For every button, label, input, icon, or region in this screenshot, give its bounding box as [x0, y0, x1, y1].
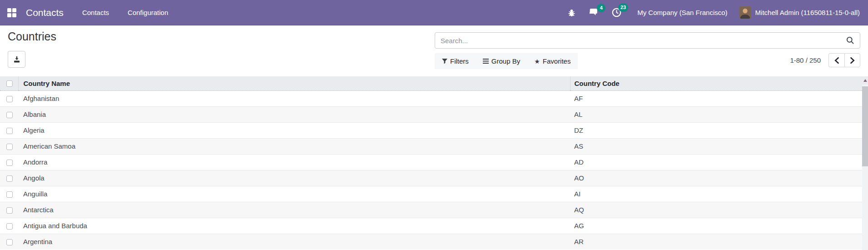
- menu-configuration[interactable]: Configuration: [128, 9, 168, 16]
- row-checkbox[interactable]: [6, 239, 13, 245]
- country-code-cell[interactable]: AS: [570, 138, 862, 154]
- scrollbar-thumb[interactable]: [862, 86, 868, 166]
- row-checkbox[interactable]: [6, 160, 13, 166]
- table-row[interactable]: Albania AL: [0, 106, 862, 122]
- filters-button[interactable]: Filters: [442, 57, 469, 65]
- table-row[interactable]: Antarctica AQ: [0, 202, 862, 218]
- funnel-icon: [442, 59, 447, 64]
- pager-range: 1-80 / 250: [790, 56, 821, 64]
- column-header-country-name[interactable]: Country Name: [18, 76, 570, 90]
- table-header-row: Country Name Country Code: [0, 76, 862, 90]
- row-checkbox[interactable]: [6, 175, 13, 182]
- country-code-cell[interactable]: AG: [570, 218, 862, 234]
- table-row[interactable]: Antigua and Barbuda AG: [0, 218, 862, 234]
- row-checkbox[interactable]: [6, 223, 13, 230]
- navbar-systray: 4 23 My Company (San Francisco) Mitchell…: [555, 6, 860, 19]
- country-code-cell[interactable]: AQ: [570, 202, 862, 218]
- row-checkbox[interactable]: [6, 191, 13, 198]
- favorites-label: Favorites: [543, 57, 571, 65]
- search-options-bar: Filters Group By ★ Favorites: [435, 53, 578, 69]
- country-code-cell[interactable]: DZ: [570, 122, 862, 138]
- menu-contacts[interactable]: Contacts: [82, 9, 109, 16]
- row-checkbox[interactable]: [6, 128, 13, 134]
- country-name-cell[interactable]: Angola: [18, 170, 570, 186]
- column-header-country-code[interactable]: Country Code: [570, 76, 862, 90]
- download-icon: [13, 56, 20, 63]
- user-menu[interactable]: Mitchell Admin (11650811-15-0-all): [755, 9, 860, 16]
- country-name-cell[interactable]: Albania: [18, 106, 570, 122]
- country-code-cell[interactable]: AL: [570, 106, 862, 122]
- country-name-cell[interactable]: Anguilla: [18, 186, 570, 202]
- star-icon: ★: [534, 58, 540, 65]
- country-code-cell[interactable]: AO: [570, 170, 862, 186]
- search-icon[interactable]: [842, 36, 854, 45]
- row-checkbox[interactable]: [6, 112, 13, 118]
- apps-grid-icon[interactable]: [7, 8, 16, 17]
- country-name-cell[interactable]: Afghanistan: [18, 90, 570, 106]
- row-checkbox[interactable]: [6, 144, 13, 150]
- country-name-cell[interactable]: Antigua and Barbuda: [18, 218, 570, 234]
- top-navbar: Contacts Contacts Configuration 4: [0, 0, 868, 25]
- chevron-right-icon: [850, 57, 855, 64]
- table-row[interactable]: Andorra AD: [0, 154, 862, 170]
- scrollbar-up-arrow[interactable]: [862, 76, 868, 85]
- pager-previous-button[interactable]: [828, 53, 844, 67]
- country-code-cell[interactable]: AF: [570, 90, 862, 106]
- table-row[interactable]: Afghanistan AF: [0, 90, 862, 106]
- vertical-scrollbar[interactable]: [862, 76, 868, 250]
- company-switcher[interactable]: My Company (San Francisco): [637, 9, 727, 16]
- table-row[interactable]: Anguilla AI: [0, 186, 862, 202]
- country-name-cell[interactable]: Argentina: [18, 234, 570, 250]
- search-box: [435, 32, 860, 49]
- table-row[interactable]: American Samoa AS: [0, 138, 862, 154]
- group-by-label: Group By: [491, 57, 520, 65]
- messages-badge: 4: [597, 4, 605, 12]
- country-code-cell[interactable]: AD: [570, 154, 862, 170]
- search-input[interactable]: [441, 37, 842, 45]
- table-row[interactable]: Argentina AR: [0, 234, 862, 250]
- filters-label: Filters: [450, 57, 469, 65]
- table-row[interactable]: Algeria DZ: [0, 122, 862, 138]
- country-code-cell[interactable]: AI: [570, 186, 862, 202]
- row-checkbox[interactable]: [6, 96, 13, 102]
- pager: 1-80 / 250: [790, 53, 860, 67]
- favorites-button[interactable]: ★ Favorites: [534, 57, 570, 65]
- chat-bubbles-icon[interactable]: 4: [588, 8, 599, 18]
- table-row[interactable]: Angola AO: [0, 170, 862, 186]
- row-checkbox[interactable]: [6, 207, 13, 214]
- chevron-left-icon: [834, 57, 839, 64]
- country-name-cell[interactable]: Antarctica: [18, 202, 570, 218]
- export-button[interactable]: [8, 51, 25, 68]
- activities-badge: 23: [618, 3, 628, 12]
- pager-next-button[interactable]: [844, 53, 860, 67]
- country-name-cell[interactable]: American Samoa: [18, 138, 570, 154]
- country-code-cell[interactable]: AR: [570, 234, 862, 250]
- countries-list-view: Country Name Country Code Afghanistan AF…: [0, 76, 862, 250]
- country-name-cell[interactable]: Algeria: [18, 122, 570, 138]
- bars-icon: [483, 59, 489, 64]
- user-avatar[interactable]: [739, 6, 751, 19]
- clock-icon[interactable]: 23: [611, 7, 622, 18]
- country-name-cell[interactable]: Andorra: [18, 154, 570, 170]
- table-body: Afghanistan AF Albania AL Algeria DZ: [0, 90, 862, 250]
- page-title: Countries: [8, 30, 56, 43]
- app-brand[interactable]: Contacts: [26, 7, 64, 18]
- bug-icon[interactable]: [567, 8, 576, 17]
- select-all-checkbox[interactable]: [6, 80, 13, 87]
- group-by-button[interactable]: Group By: [483, 57, 520, 65]
